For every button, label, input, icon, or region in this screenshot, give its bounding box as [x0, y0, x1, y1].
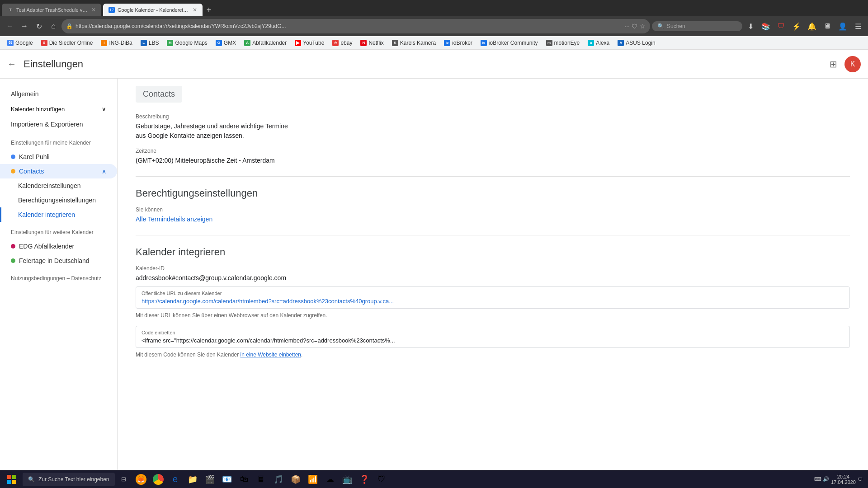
vpn-icon[interactable]: 🛡: [775, 20, 788, 33]
taskbar-search-placeholder: Zur Suche Text hier eingeben: [38, 476, 109, 483]
sidebar-calendar-karel[interactable]: Karel Puhli: [0, 150, 117, 164]
bookmark-asus[interactable]: A ASUS Login: [614, 39, 659, 47]
sidebar-item-allgemein[interactable]: Allgemein: [0, 86, 117, 102]
sidebar-sub-kalender-integrieren[interactable]: Kalender integrieren: [0, 207, 117, 222]
svg-rect-0: [7, 475, 11, 479]
taskbar-firefox[interactable]: 🦊: [133, 471, 149, 488]
taskbar-explorer[interactable]: 📁: [184, 471, 201, 488]
monitor-icon[interactable]: 🖥: [821, 20, 834, 33]
calendar-label-edg: EDG Abfallkalender: [19, 243, 74, 250]
tab-1[interactable]: T Test Adapter TrashSchedule v0... ✕: [2, 4, 101, 16]
search-bar[interactable]: 🔍 Suchen: [652, 21, 742, 31]
sidebar-calendar-edg[interactable]: EDG Abfallkalender: [0, 239, 117, 253]
zeitzone-value: (GMT+02:00) Mitteleuropäische Zeit - Ams…: [136, 156, 850, 165]
shield-icon: 🛡: [632, 23, 638, 30]
bookmark-kamera-label: Karels Kamera: [400, 40, 436, 46]
star-icon[interactable]: ☆: [640, 23, 646, 30]
taskbar-icons: ⊟ 🦊 e 📁 🎬 📧 🛍 🖩 🎵 📦 📶 ☁ 📺 ❓ 🛡: [116, 471, 390, 488]
taskbar-amazon2[interactable]: ☁: [322, 471, 338, 488]
embed-value: <iframe src="https://calendar.google.com…: [142, 337, 844, 344]
bookmark-netflix[interactable]: N Netflix: [357, 39, 387, 47]
start-button[interactable]: [2, 471, 22, 488]
sidebar-item-importieren[interactable]: Importieren & Exportieren: [0, 116, 117, 132]
taskbar-unknown[interactable]: 📺: [339, 471, 355, 488]
bookmark-lbs[interactable]: L LBS: [137, 39, 163, 47]
sidebar: Allgemein Kalender hinzufügen ∨ Importie…: [0, 79, 118, 488]
new-tab-button[interactable]: +: [203, 4, 215, 16]
sidebar-calendar-contacts[interactable]: Contacts ∧: [0, 164, 117, 178]
bookmark-gmx[interactable]: G GMX: [212, 39, 240, 47]
back-button-app[interactable]: ←: [7, 59, 16, 69]
tab-1-close[interactable]: ✕: [91, 7, 96, 13]
apps-grid-icon[interactable]: ⊞: [830, 59, 837, 70]
bookmark-iobroker-community[interactable]: io ioBroker Community: [477, 39, 542, 47]
sidebar-item-kalender-hinzufuegen[interactable]: Kalender hinzufügen ∨: [0, 102, 117, 116]
taskbar-avira[interactable]: 🛡: [373, 471, 390, 488]
svg-rect-2: [7, 480, 11, 484]
divider-1: [136, 176, 850, 177]
bookmark-ing[interactable]: I ING-DiBa: [97, 39, 136, 47]
sie-koennen-label: Sie können: [136, 206, 850, 213]
address-bar[interactable]: 🔒 https://calendar.google.com/calendar/r…: [61, 19, 650, 33]
bookmark-ebay[interactable]: e ebay: [329, 39, 356, 47]
sidebar-calendar-feiertage[interactable]: Feiertage in Deutschland: [0, 253, 117, 268]
library-icon[interactable]: 📚: [760, 20, 772, 33]
taskbar-calc[interactable]: 🖩: [253, 471, 269, 488]
sidebar-sub-kalendereinstellungen[interactable]: Kalendereinstellungen: [0, 178, 117, 193]
bookmark-motioneye-label: motionEye: [554, 40, 580, 46]
calendar-dot-edg: [11, 244, 15, 249]
bookmark-maps[interactable]: M Google Maps: [163, 39, 211, 47]
app-header: ← Einstellungen ⊞ K: [0, 50, 868, 79]
sidebar-sub-berechtigungseinstellungen[interactable]: Berechtigungseinstellungen: [0, 193, 117, 207]
windows-logo-icon: [7, 475, 16, 484]
bell-icon[interactable]: 🔔: [806, 20, 818, 33]
person-icon[interactable]: 👤: [836, 20, 849, 33]
bookmark-siedler[interactable]: S Die Siedler Online: [38, 39, 97, 47]
bookmark-iobroker-label: ioBroker: [452, 40, 472, 46]
bookmark-abfall[interactable]: A Abfallkalender: [241, 39, 290, 47]
taskbar-mail[interactable]: 📧: [219, 471, 235, 488]
taskbar-media[interactable]: 🎬: [202, 471, 218, 488]
taskbar: 🔍 Zur Suche Text hier eingeben ⊟ 🦊 e 📁 🎬…: [0, 470, 868, 488]
bookmark-gmx-label: GMX: [224, 40, 236, 46]
bookmark-motioneye[interactable]: m motionEye: [542, 39, 584, 47]
refresh-button[interactable]: ↻: [33, 20, 45, 33]
app-title: Einstellungen: [24, 58, 83, 70]
nutzung-datenschutz[interactable]: Nutzungsbedingungen – Datenschutz: [0, 268, 117, 289]
bookmark-lbs-label: LBS: [149, 40, 159, 46]
calendar-dot-feiertage: [11, 258, 15, 263]
taskbar-support[interactable]: ❓: [356, 471, 373, 488]
forward-button[interactable]: →: [18, 20, 31, 33]
home-button[interactable]: ⌂: [47, 20, 60, 33]
taskbar-wifi[interactable]: 📶: [305, 471, 321, 488]
avatar[interactable]: K: [844, 56, 861, 72]
back-button[interactable]: ←: [4, 20, 16, 33]
public-url-box[interactable]: Öffentliche URL zu diesem Kalender https…: [136, 286, 850, 309]
bookmark-iobroker[interactable]: io ioBroker: [440, 39, 476, 47]
taskbar-store[interactable]: 🛍: [236, 471, 252, 488]
taskbar-task-view[interactable]: ⊟: [116, 471, 132, 488]
tab-2[interactable]: 17 Google Kalender - Kalenderein... ✕: [103, 4, 203, 16]
nav-bar: ← → ↻ ⌂ 🔒 https://calendar.google.com/ca…: [0, 16, 868, 36]
menu-icon[interactable]: ☰: [852, 20, 864, 33]
embed-code-box[interactable]: Code einbetten <iframe src="https://cale…: [136, 326, 850, 348]
bookmark-kamera[interactable]: K Karels Kamera: [388, 39, 439, 47]
taskbar-chrome[interactable]: [150, 471, 166, 488]
download-icon[interactable]: ⬇: [744, 20, 757, 33]
taskbar-spotify[interactable]: 🎵: [270, 471, 287, 488]
tab-2-close[interactable]: ✕: [193, 7, 197, 13]
taskbar-search-bar[interactable]: 🔍 Zur Suche Text hier eingeben: [23, 473, 115, 486]
more-icon[interactable]: ···: [624, 23, 630, 30]
taskbar-ie[interactable]: e: [167, 471, 184, 488]
calendar-dot-contacts: [11, 169, 15, 174]
contacts-header-container: Contacts: [136, 79, 850, 106]
main-content: Contacts Beschreibung Geburtstage, Jahre…: [118, 79, 868, 488]
bookmark-alexa[interactable]: a Alexa: [584, 39, 613, 47]
nav-icons: ⬇ 📚 🛡 ⚡ 🔔 🖥 👤 ☰: [744, 20, 864, 33]
flash-icon[interactable]: ⚡: [790, 20, 803, 33]
bookmark-google[interactable]: G Google: [4, 39, 37, 47]
notification-icon[interactable]: 🗨: [858, 477, 863, 482]
bookmark-youtube[interactable]: ▶ YouTube: [291, 39, 328, 47]
embed-helper-link[interactable]: in eine Website einbetten: [240, 352, 301, 358]
taskbar-amazon[interactable]: 📦: [288, 471, 304, 488]
